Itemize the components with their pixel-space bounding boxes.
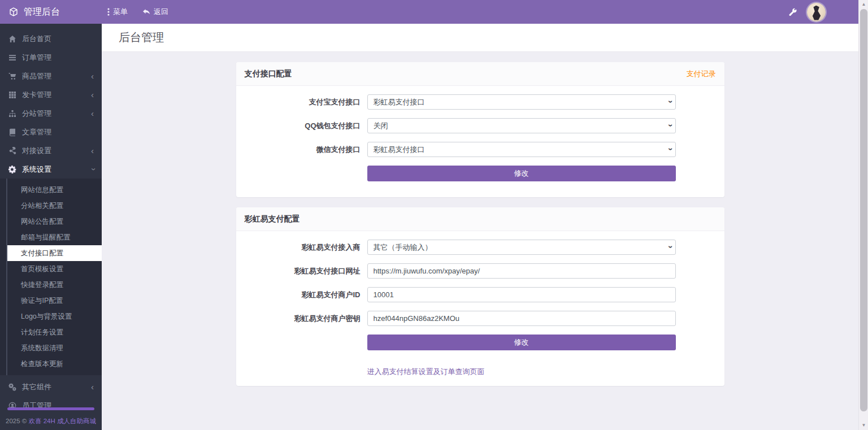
cube-icon (9, 7, 18, 16)
sidebar-item-label: 文章管理 (22, 127, 51, 137)
submenu-item-check-update[interactable]: 检查版本更新 (7, 356, 102, 372)
epay-config-card: 彩虹易支付配置 彩虹易支付接入商 其它（手动输入） ‹ 彩虹易支付接口网址 (236, 207, 724, 386)
epay-provider-select[interactable]: 其它（手动输入） (367, 240, 676, 255)
copyright-year: 2025 © (6, 418, 27, 424)
home-icon (8, 34, 16, 43)
sidebar-item-substations[interactable]: 分站管理 ‹ (0, 104, 102, 123)
cart-icon (8, 72, 16, 80)
wrench-icon[interactable] (788, 8, 797, 16)
page-title: 后台管理 (119, 30, 164, 45)
qq-wallet-interface-select[interactable]: 关闭 (367, 118, 676, 133)
submenu-item-payment-config[interactable]: 支付接口配置 (7, 245, 102, 261)
wechat-interface-select[interactable]: 彩虹易支付接口 (367, 142, 676, 157)
list-icon (8, 53, 16, 62)
scroll-down-icon[interactable]: ▼ (859, 421, 868, 430)
wechat-interface-label: 微信支付接口 (236, 145, 367, 155)
sidebar-item-other-components[interactable]: 其它组件 ‹ (0, 377, 102, 396)
submenu-item-quick-login[interactable]: 快捷登录配置 (7, 277, 102, 293)
alipay-interface-label: 支付宝支付接口 (236, 97, 367, 107)
submenu-item-substation-config[interactable]: 分站相关配置 (7, 198, 102, 214)
sidebar: 后台首页 订单管理 商品管理 ‹ 发卡管理 ‹ 分站管理 ‹ 文章管理 对接设置… (0, 24, 102, 430)
sidebar-item-label: 商品管理 (22, 71, 51, 81)
modify-button[interactable]: 修改 (367, 335, 676, 350)
brand[interactable]: 管理后台 (0, 6, 102, 18)
sidebar-item-cards[interactable]: 发卡管理 ‹ (0, 85, 102, 104)
brand-label: 管理后台 (24, 6, 60, 18)
epay-merchant-id-label: 彩虹易支付商户ID (236, 290, 367, 300)
sidebar-item-integration[interactable]: 对接设置 ‹ (0, 141, 102, 160)
topbar-nav: 菜单 返回 (102, 7, 168, 17)
sidebar-item-label: 后台首页 (22, 34, 51, 44)
payment-records-link[interactable]: 支付记录 (687, 69, 716, 79)
submenu-item-data-cleanup[interactable]: 系统数据清理 (7, 340, 102, 356)
epay-merchant-id-input[interactable] (367, 287, 676, 302)
submenu-item-email-reminder[interactable]: 邮箱与提醒配置 (7, 229, 102, 245)
grid-icon (8, 90, 16, 99)
chevron-left-icon: ‹ (91, 109, 94, 118)
card-title: 彩虹易支付配置 (245, 214, 300, 224)
book-icon (8, 128, 16, 136)
sidebar-item-label: 其它组件 (22, 382, 51, 392)
payment-interface-card: 支付接口配置 支付记录 支付宝支付接口 彩虹易支付接口 ‹ QQ钱包支付接口 (236, 62, 724, 197)
sidebar-item-label: 系统设置 (22, 164, 51, 175)
gear-icon (8, 165, 16, 173)
alipay-interface-select[interactable]: 彩虹易支付接口 (367, 94, 676, 110)
sidebar-item-label: 对接设置 (22, 146, 51, 156)
topbar: 管理后台 菜单 返回 (0, 0, 858, 24)
submenu-item-verify-ip[interactable]: 验证与IP配置 (7, 293, 102, 309)
scroll-up-icon[interactable]: ▲ (859, 0, 868, 9)
sidebar-item-home[interactable]: 后台首页 (0, 29, 102, 48)
page-scrollbar[interactable]: ▲ ▼ (858, 0, 868, 430)
epay-api-url-input[interactable] (367, 263, 676, 279)
submenu-item-cron-tasks[interactable]: 计划任务设置 (7, 324, 102, 340)
gears-icon (8, 383, 16, 391)
submenu-item-home-template[interactable]: 首页模板设置 (7, 261, 102, 277)
menu-button[interactable]: 菜单 (107, 7, 128, 17)
sidebar-item-orders[interactable]: 订单管理 (0, 48, 102, 67)
sidebar-item-system-settings[interactable]: 系统设置 ‹ (0, 160, 102, 179)
back-label: 返回 (154, 7, 168, 17)
chevron-left-icon: ‹ (91, 90, 94, 99)
avatar-image (812, 6, 821, 20)
menu-dots-icon (107, 8, 110, 16)
card-title: 支付接口配置 (245, 69, 292, 79)
epay-settlement-link[interactable]: 进入易支付结算设置及订单查询页面 (367, 367, 485, 376)
back-arrow-icon (142, 8, 150, 16)
scrollbar-thumb[interactable] (860, 9, 867, 411)
submenu-item-logo-background[interactable]: Logo与背景设置 (7, 309, 102, 324)
submenu-item-site-info[interactable]: 网站信息配置 (7, 182, 102, 198)
page-header: 后台管理 (102, 24, 858, 52)
sitemap-icon (8, 109, 16, 118)
epay-provider-label: 彩虹易支付接入商 (236, 242, 367, 253)
sidebar-item-label: 分站管理 (22, 108, 51, 119)
user-avatar[interactable] (807, 3, 826, 21)
qq-wallet-interface-label: QQ钱包支付接口 (236, 121, 367, 131)
chevron-down-icon: ‹ (88, 168, 97, 171)
modify-button[interactable]: 修改 (367, 166, 676, 181)
epay-merchant-key-input[interactable] (367, 311, 676, 326)
sidebar-item-articles[interactable]: 文章管理 (0, 123, 102, 141)
epay-api-url-label: 彩虹易支付接口网址 (236, 266, 367, 276)
site-name-link[interactable]: 欢喜 24H 成人自助商城 (28, 418, 96, 424)
main-content: 后台管理 支付接口配置 支付记录 支付宝支付接口 彩虹易支付接口 ‹ (102, 24, 858, 430)
chevron-left-icon: ‹ (91, 72, 94, 80)
share-icon (8, 146, 16, 155)
back-button[interactable]: 返回 (142, 7, 168, 17)
chevron-left-icon: ‹ (91, 146, 94, 155)
sidebar-footer: 2025 © 欢喜 24H 成人自助商城 (0, 407, 102, 425)
chevron-left-icon: ‹ (91, 383, 94, 391)
submenu-item-announcement[interactable]: 网站公告配置 (7, 214, 102, 229)
sidebar-item-products[interactable]: 商品管理 ‹ (0, 67, 102, 85)
menu-label: 菜单 (113, 7, 128, 17)
sidebar-item-label: 发卡管理 (22, 90, 51, 100)
footer-accent-bar (7, 407, 94, 410)
sidebar-item-label: 订单管理 (22, 53, 51, 63)
epay-merchant-key-label: 彩虹易支付商户密钥 (236, 314, 367, 324)
system-settings-submenu: 网站信息配置 分站相关配置 网站公告配置 邮箱与提醒配置 支付接口配置 首页模板… (0, 179, 102, 375)
